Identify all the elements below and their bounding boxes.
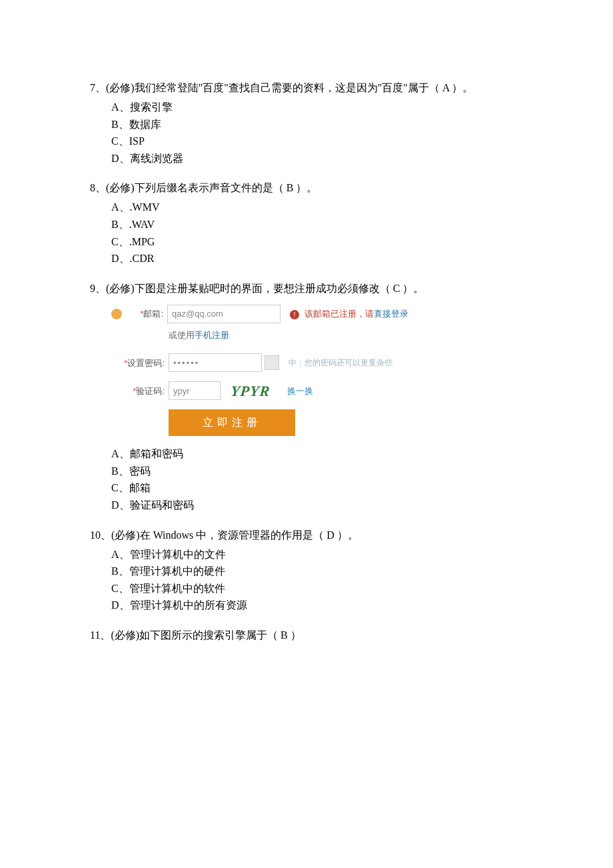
email-row: *邮箱: ! 该邮箱已注册，请直接登录 — [111, 305, 444, 323]
option-9b: B、密码 — [111, 463, 523, 480]
question-11-text: 11、(必修)如下图所示的搜索引擎属于（ B ） — [90, 627, 523, 643]
question-8-options: A、.WMV B、.WAV C、.MPG D、.CDR — [90, 199, 523, 267]
password-row: *设置密码: 中：您的密码还可以更复杂些 — [111, 353, 444, 372]
alt-register-row: 或使用手机注册 — [169, 329, 444, 342]
password-label: *设置密码: — [111, 357, 165, 370]
form-logo-icon — [111, 309, 122, 319]
option-10d: D、管理计算机中的所有资源 — [111, 597, 523, 614]
password-visibility-toggle[interactable] — [265, 355, 279, 370]
email-error-text: 该邮箱已注册，请 — [305, 309, 374, 319]
captcha-image: YPYR — [225, 381, 277, 400]
option-7c: C、ISP — [111, 133, 523, 150]
question-7-text: 7、(必修)我们经常登陆"百度"查找自己需要的资料，这是因为"百度"属于（ A … — [90, 80, 523, 96]
option-8d: D、.CDR — [111, 250, 523, 267]
registration-form: *邮箱: ! 该邮箱已注册，请直接登录 或使用手机注册 *设置密码: 中：您的密… — [111, 305, 444, 437]
option-7a: A、搜索引擎 — [111, 99, 523, 116]
option-7b: B、数据库 — [111, 116, 523, 133]
email-error-msg: ! 该邮箱已注册，请直接登录 — [290, 307, 408, 321]
question-7: 7、(必修)我们经常登陆"百度"查找自己需要的资料，这是因为"百度"属于（ A … — [90, 80, 523, 167]
register-button[interactable]: 立即注册 — [169, 409, 295, 436]
option-8a: A、.WMV — [111, 199, 523, 216]
question-10-text: 10、(必修)在 Windows 中，资源管理器的作用是（ D ）。 — [90, 527, 523, 543]
email-input[interactable] — [167, 305, 281, 323]
warning-icon: ! — [290, 310, 299, 319]
question-9-options: A、邮箱和密码 B、密码 C、邮箱 D、验证码和密码 — [90, 445, 523, 513]
question-9-text: 9、(必修)下图是注册某贴吧时的界面，要想注册成功必须修改（ C ）。 — [90, 281, 523, 297]
email-label: *邮箱: — [125, 307, 163, 321]
password-input[interactable] — [169, 353, 262, 372]
option-10c: C、管理计算机中的软件 — [111, 580, 523, 597]
option-10b: B、管理计算机中的硬件 — [111, 563, 523, 580]
question-8: 8、(必修)下列后缀名表示声音文件的是（ B ）。 A、.WMV B、.WAV … — [90, 180, 523, 267]
question-11: 11、(必修)如下图所示的搜索引擎属于（ B ） — [90, 627, 523, 643]
option-9d: D、验证码和密码 — [111, 497, 523, 514]
option-9c: C、邮箱 — [111, 479, 523, 497]
login-link[interactable]: 直接登录 — [374, 309, 408, 319]
captcha-input[interactable] — [169, 381, 221, 400]
question-10: 10、(必修)在 Windows 中，资源管理器的作用是（ D ）。 A、管理计… — [90, 527, 523, 614]
captcha-label: *验证码: — [111, 385, 165, 398]
question-9: 9、(必修)下图是注册某贴吧时的界面，要想注册成功必须修改（ C ）。 *邮箱:… — [90, 281, 523, 514]
change-captcha-link[interactable]: 换一换 — [287, 385, 313, 398]
question-7-options: A、搜索引擎 B、数据库 C、ISP D、离线浏览器 — [90, 99, 523, 167]
option-10a: A、管理计算机中的文件 — [111, 546, 523, 563]
question-8-text: 8、(必修)下列后缀名表示声音文件的是（ B ）。 — [90, 180, 523, 196]
option-9a: A、邮箱和密码 — [111, 445, 523, 463]
option-8b: B、.WAV — [111, 216, 523, 233]
captcha-row: *验证码: YPYR 换一换 — [111, 381, 444, 400]
option-7d: D、离线浏览器 — [111, 150, 523, 167]
option-8c: C、.MPG — [111, 233, 523, 251]
password-strength-msg: 中：您的密码还可以更复杂些 — [289, 357, 392, 369]
question-10-options: A、管理计算机中的文件 B、管理计算机中的硬件 C、管理计算机中的软件 D、管理… — [90, 546, 523, 614]
alt-prefix: 或使用 — [169, 330, 195, 340]
phone-register-link[interactable]: 手机注册 — [195, 330, 229, 340]
